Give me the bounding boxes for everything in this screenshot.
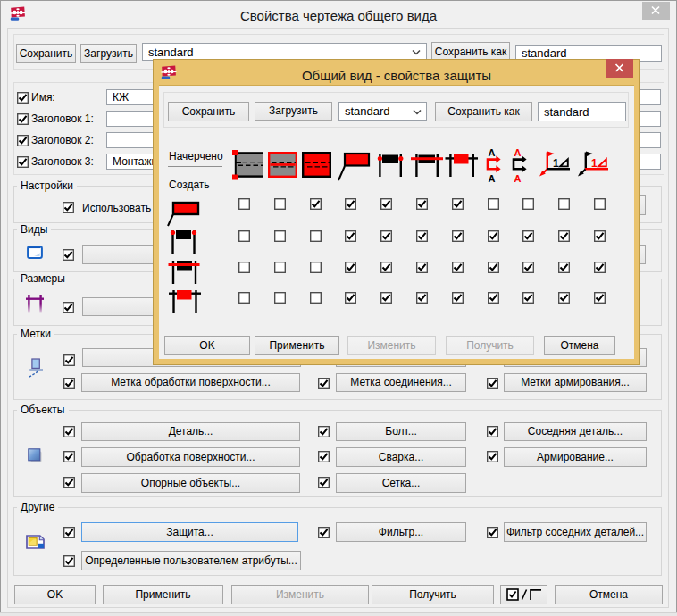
svg-text:A: A — [488, 147, 495, 158]
svg-text:A: A — [488, 173, 495, 184]
svg-text:A: A — [514, 147, 521, 158]
svg-text:1: 1 — [591, 157, 598, 170]
svg-text:A: A — [514, 173, 521, 184]
svg-text:1: 1 — [553, 157, 559, 170]
